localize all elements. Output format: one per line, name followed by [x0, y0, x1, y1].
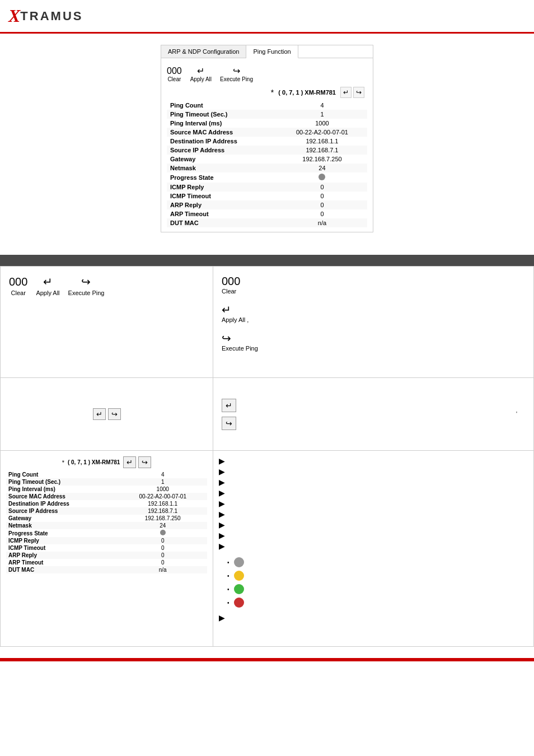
- big-apply-icon: ↵: [43, 275, 53, 288]
- execute-ping-button[interactable]: ↪ Execute Ping: [220, 66, 253, 82]
- row-value: 00-22-A2-00-07-01: [118, 493, 207, 500]
- row-name: ICMP Timeout: [6, 544, 118, 552]
- clear-button[interactable]: 000 Clear: [167, 66, 182, 82]
- tabs: ARP & NDP Configuration Ping Function: [161, 45, 373, 58]
- status-row-red: •: [227, 598, 528, 608]
- row-value: [277, 172, 367, 183]
- big-apply-label: Apply All: [36, 290, 59, 296]
- table-row: Source MAC Address00-22-A2-00-07-01: [167, 128, 367, 137]
- panel3-execute-icon[interactable]: ↪: [138, 456, 151, 468]
- row-name: ARP Reply: [167, 200, 277, 209]
- table-row: Source MAC Address00-22-A2-00-07-01: [6, 493, 207, 500]
- rbt-execute: ↪ Execute Ping: [222, 332, 525, 352]
- status-dot-green: [234, 584, 244, 594]
- row-value: 4: [277, 101, 367, 110]
- status-dot-yellow: [234, 571, 244, 581]
- row-value: 24: [118, 522, 207, 529]
- row-name: Ping Interval (ms): [6, 486, 118, 493]
- mini-execute-icon[interactable]: ↪: [353, 87, 364, 98]
- status-dot: [318, 174, 325, 180]
- p2-apply-icon[interactable]: ↵: [222, 399, 236, 412]
- row-value: 192.168.1.1: [118, 500, 207, 507]
- panel3-right: ▶▶▶▶▶▶▶▶▶ • • • • ▶: [213, 451, 533, 646]
- big-clear-button[interactable]: 000 Clear: [9, 276, 27, 296]
- tab-arp-ndp[interactable]: ARP & NDP Configuration: [161, 45, 246, 58]
- rbt-clear: 000 Clear: [222, 275, 525, 295]
- table-row: Netmask24: [6, 522, 207, 529]
- panel2-execute-icon[interactable]: ↪: [108, 408, 121, 420]
- row-value: 1: [118, 478, 207, 486]
- table-row: Gateway192.168.7.250: [167, 155, 367, 164]
- table-row: DUT MACn/a: [6, 566, 207, 573]
- row-name: DUT MAC: [6, 566, 118, 573]
- row-value: 0: [277, 200, 367, 209]
- p2-execute-icon[interactable]: ↪: [222, 417, 236, 430]
- status-items: • • • •: [227, 557, 528, 608]
- row-name: ICMP Reply: [6, 537, 118, 544]
- mini-icons: ↵ ↪: [340, 87, 364, 98]
- apply-label: Apply All: [190, 76, 212, 82]
- table-row: Source IP Address192.168.7.1: [167, 146, 367, 155]
- table-row: Progress State: [167, 172, 367, 183]
- row-value: 0: [118, 552, 207, 559]
- table-row: Ping Interval (ms)1000: [167, 119, 367, 128]
- tab-content: 000 Clear ↵ Apply All ↪ Execute Ping * (…: [161, 58, 373, 232]
- row-name: ICMP Timeout: [167, 192, 277, 200]
- header: XTRAMUS: [0, 0, 534, 34]
- status-row-green: •: [227, 584, 528, 594]
- row-value: 192.168.7.250: [118, 515, 207, 522]
- status-dot-gray: [234, 557, 244, 567]
- footer-bar: [0, 658, 534, 661]
- row-name: Progress State: [167, 172, 277, 183]
- status-dot-red: [234, 598, 244, 608]
- panel3-device-info: * ( 0, 7, 1 ) XM-RM781 ↵ ↪: [6, 456, 207, 468]
- status-row-yellow: •: [227, 571, 528, 581]
- big-clear-icon: 000: [9, 276, 27, 288]
- table-row: Destination IP Address192.168.1.1: [6, 500, 207, 507]
- row-value: [118, 529, 207, 537]
- table-row: ICMP Reply0: [6, 537, 207, 544]
- panel2-suffix: ': [516, 411, 517, 417]
- panel-area-2: ↵ ↪ ↵ ↪ ': [0, 378, 534, 451]
- execute-icon: ↪: [233, 66, 240, 76]
- table-row: ARP Timeout0: [6, 559, 207, 566]
- panel2-apply-icon[interactable]: ↵: [93, 408, 106, 420]
- row-name: ARP Timeout: [6, 559, 118, 566]
- tab-ping[interactable]: Ping Function: [246, 45, 298, 58]
- table-row: Ping Count4: [167, 101, 367, 110]
- arrow-item: ▶: [219, 488, 528, 497]
- big-execute-button[interactable]: ↪ Execute Ping: [68, 275, 105, 296]
- row-value: 24: [277, 164, 367, 172]
- row-value: 0: [118, 537, 207, 544]
- row-value: 0: [277, 183, 367, 192]
- rbt-apply-label: Apply All ,: [222, 316, 249, 323]
- row-value: n/a: [277, 218, 367, 227]
- panel-area-3: * ( 0, 7, 1 ) XM-RM781 ↵ ↪ Ping Count4Pi…: [0, 451, 534, 647]
- row-value: 192.168.7.1: [277, 146, 367, 155]
- rbt-clear-label: Clear: [222, 288, 236, 295]
- panel3-left: * ( 0, 7, 1 ) XM-RM781 ↵ ↪ Ping Count4Pi…: [1, 451, 213, 646]
- row-value: 0: [277, 192, 367, 200]
- small-config-table: Ping Count4Ping Timeout (Sec.)1Ping Inte…: [6, 471, 207, 573]
- execute-label: Execute Ping: [220, 76, 253, 82]
- big-execute-label: Execute Ping: [68, 290, 105, 296]
- row-value: 0: [118, 559, 207, 566]
- big-toolbar: 000 Clear ↵ Apply All ↪ Execute Ping: [9, 275, 204, 296]
- panel2-left: ↵ ↪: [1, 378, 213, 450]
- row-name: Gateway: [167, 155, 277, 164]
- panel-area-1: 000 Clear ↵ Apply All ↪ Execute Ping 000…: [0, 266, 534, 378]
- big-apply-button[interactable]: ↵ Apply All: [36, 275, 59, 296]
- apply-all-button[interactable]: ↵ Apply All: [190, 66, 212, 82]
- panel2-icon-row-2: ↪: [222, 417, 525, 430]
- table-row: ICMP Timeout0: [6, 544, 207, 552]
- row-name: Ping Count: [167, 101, 277, 110]
- arrow-item: ▶: [219, 456, 528, 465]
- panel1-left: 000 Clear ↵ Apply All ↪ Execute Ping: [1, 267, 213, 377]
- table-row: Destination IP Address192.168.1.1: [167, 137, 367, 146]
- row-name: DUT MAC: [167, 218, 277, 227]
- row-name: ARP Reply: [6, 552, 118, 559]
- mini-apply-icon[interactable]: ↵: [340, 87, 352, 98]
- panel3-apply-icon[interactable]: ↵: [123, 456, 136, 468]
- table-row: Ping Interval (ms)1000: [6, 486, 207, 493]
- table-row: ICMP Reply0: [167, 183, 367, 192]
